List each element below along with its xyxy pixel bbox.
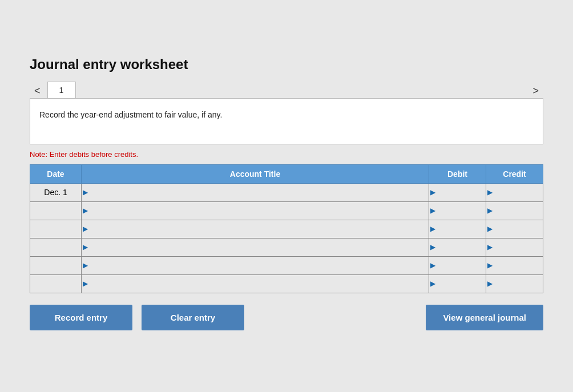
- table-row: ▶▶▶: [30, 256, 543, 274]
- page-title: Journal entry worksheet: [30, 56, 543, 72]
- cell-account-0[interactable]: ▶: [82, 183, 429, 201]
- note-text: Note: Enter debits before credits.: [30, 150, 543, 159]
- cell-credit-1[interactable]: ▶: [486, 201, 543, 220]
- instruction-text: Record the year-end adjustment to fair v…: [39, 110, 222, 119]
- input-debit-2[interactable]: [429, 220, 486, 238]
- cell-date-3: [30, 238, 82, 256]
- cell-debit-4[interactable]: ▶: [429, 256, 486, 274]
- cell-debit-2[interactable]: ▶: [429, 220, 486, 238]
- cell-debit-0[interactable]: ▶: [429, 183, 486, 201]
- input-credit-2[interactable]: [486, 220, 543, 238]
- table-row: Dec. 1▶▶▶: [30, 183, 543, 201]
- cell-date-1: [30, 201, 82, 220]
- input-debit-4[interactable]: [429, 257, 486, 274]
- header-account-title: Account Title: [82, 164, 429, 183]
- nav-left-arrow[interactable]: <: [30, 83, 45, 98]
- input-debit-3[interactable]: [429, 239, 486, 256]
- record-entry-button[interactable]: Record entry: [30, 305, 132, 330]
- cell-date-4: [30, 256, 82, 274]
- input-account-3[interactable]: [82, 239, 429, 256]
- cell-date-0: Dec. 1: [30, 183, 82, 201]
- input-debit-5[interactable]: [429, 275, 486, 293]
- tab-1[interactable]: 1: [47, 82, 76, 98]
- input-debit-0[interactable]: [429, 184, 486, 201]
- table-row: ▶▶▶: [30, 238, 543, 256]
- cell-account-3[interactable]: ▶: [82, 238, 429, 256]
- cell-date-2: [30, 220, 82, 238]
- cell-debit-1[interactable]: ▶: [429, 201, 486, 220]
- buttons-row: Record entry Clear entry View general jo…: [30, 305, 543, 330]
- input-account-4[interactable]: [82, 257, 429, 274]
- input-account-5[interactable]: [82, 275, 429, 293]
- table-row: ▶▶▶: [30, 220, 543, 238]
- cell-account-4[interactable]: ▶: [82, 256, 429, 274]
- cell-credit-2[interactable]: ▶: [486, 220, 543, 238]
- table-row: ▶▶▶: [30, 201, 543, 220]
- view-general-journal-button[interactable]: View general journal: [426, 305, 543, 330]
- table-row: ▶▶▶: [30, 274, 543, 293]
- cell-credit-0[interactable]: ▶: [486, 183, 543, 201]
- cell-account-5[interactable]: ▶: [82, 274, 429, 293]
- header-date: Date: [30, 164, 82, 183]
- cell-account-2[interactable]: ▶: [82, 220, 429, 238]
- input-credit-4[interactable]: [486, 257, 543, 274]
- cell-debit-5[interactable]: ▶: [429, 274, 486, 293]
- input-credit-1[interactable]: [486, 202, 543, 220]
- journal-table: Date Account Title Debit Credit Dec. 1▶▶…: [30, 164, 543, 293]
- input-account-1[interactable]: [82, 202, 429, 220]
- header-credit: Credit: [486, 164, 543, 183]
- input-account-2[interactable]: [82, 220, 429, 238]
- cell-debit-3[interactable]: ▶: [429, 238, 486, 256]
- cell-credit-5[interactable]: ▶: [486, 274, 543, 293]
- input-credit-0[interactable]: [486, 184, 543, 201]
- input-credit-3[interactable]: [486, 239, 543, 256]
- cell-credit-4[interactable]: ▶: [486, 256, 543, 274]
- cell-account-1[interactable]: ▶: [82, 201, 429, 220]
- input-debit-1[interactable]: [429, 202, 486, 220]
- header-debit: Debit: [429, 164, 486, 183]
- clear-entry-button[interactable]: Clear entry: [142, 305, 244, 330]
- nav-right-arrow[interactable]: >: [528, 83, 543, 98]
- input-account-0[interactable]: [82, 184, 429, 201]
- input-credit-5[interactable]: [486, 275, 543, 293]
- cell-date-5: [30, 274, 82, 293]
- cell-credit-3[interactable]: ▶: [486, 238, 543, 256]
- instruction-box: Record the year-end adjustment to fair v…: [30, 98, 543, 144]
